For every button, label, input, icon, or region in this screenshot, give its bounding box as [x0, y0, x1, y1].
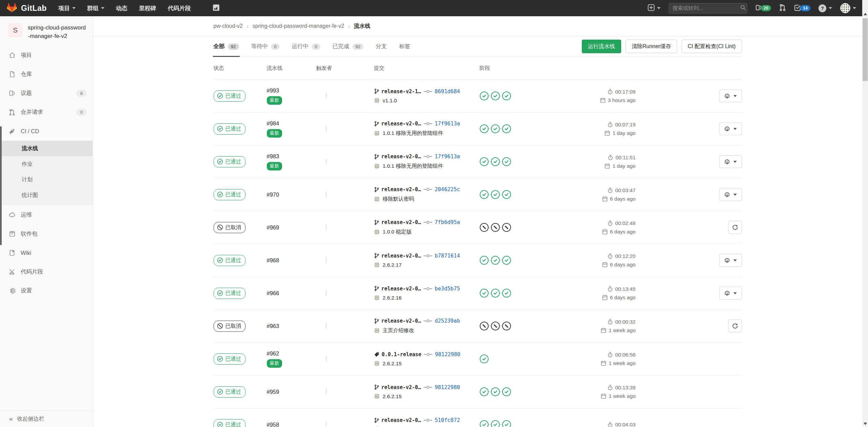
nav-activity[interactable]: 动态 [116, 4, 127, 12]
commit-message[interactable]: v1.1.0 [383, 98, 397, 104]
retry-pipeline-button[interactable] [728, 320, 742, 332]
commit-message[interactable]: 2.6.2.15 [383, 393, 402, 400]
pipeline-status-badge[interactable]: 已通过 [214, 189, 246, 200]
stage-passed[interactable] [502, 157, 511, 166]
stage-passed[interactable] [491, 387, 500, 396]
pipeline-id-link[interactable]: #959 [267, 389, 316, 395]
commit-sha-link[interactable]: 8691d684 [435, 88, 460, 95]
commit-sha-link[interactable]: 98122980 [435, 351, 460, 358]
pipeline-status-badge[interactable]: 已通过 [214, 288, 246, 299]
commit-message[interactable]: 1.0.0 稳定版 [383, 228, 412, 236]
stage-passed[interactable] [502, 289, 511, 298]
pipeline-id-link[interactable]: #984 [267, 120, 316, 127]
ref-link[interactable]: release-v2-0… [381, 286, 421, 292]
pipeline-status-badge[interactable]: 已取消 [214, 321, 246, 332]
tab-branches[interactable]: 分支 [376, 36, 387, 57]
sidebar-subitem-pipelines[interactable]: 流水线 [0, 141, 93, 156]
pipeline-status-badge[interactable]: 已通过 [214, 156, 246, 167]
stage-passed[interactable] [491, 157, 500, 166]
pipeline-id-link[interactable]: #993 [267, 87, 316, 94]
ref-link[interactable]: release-v2-0… [381, 154, 421, 160]
triggerer-avatar[interactable] [326, 421, 327, 427]
ref-link[interactable]: release-v2-0… [381, 384, 421, 390]
download-artifacts-button[interactable] [719, 155, 742, 168]
stage-passed[interactable] [480, 124, 489, 133]
collapse-sidebar-button[interactable]: « 收起侧边栏 [0, 410, 93, 427]
commit-sha-link[interactable]: 2046225c [435, 186, 460, 192]
tab-running[interactable]: 运行中0 [292, 36, 320, 57]
nav-groups[interactable]: 群组 [87, 4, 104, 12]
ref-link[interactable]: release-v2-0… [381, 121, 421, 127]
run-pipeline-button[interactable]: 运行流水线 [582, 40, 621, 53]
commit-sha-link[interactable]: 17f9613a [435, 154, 460, 160]
stage-canceled[interactable] [502, 223, 511, 232]
commit-sha-link[interactable]: 510fc872 [435, 417, 460, 423]
navbar-mr-button[interactable] [779, 4, 786, 13]
pipeline-id-link[interactable]: #958 [267, 422, 316, 427]
stage-passed[interactable] [502, 124, 511, 133]
download-artifacts-button[interactable] [719, 254, 742, 267]
breadcrumb-group[interactable]: pw-cloud-v2 [214, 23, 243, 29]
ref-link[interactable]: release-v2-0… [381, 417, 421, 423]
sidebar-subitem-charts[interactable]: 统计图 [0, 187, 93, 203]
commit-message[interactable]: 移除默认密码 [383, 196, 414, 203]
stage-passed[interactable] [502, 190, 511, 199]
stage-passed[interactable] [480, 387, 489, 396]
stage-canceled[interactable] [480, 223, 489, 232]
pipeline-id-link[interactable]: #969 [267, 224, 316, 231]
stage-passed[interactable] [480, 92, 489, 100]
pipeline-id-link[interactable]: #970 [267, 191, 316, 198]
pipeline-status-badge[interactable]: 已通过 [214, 353, 246, 365]
nav-chart-button[interactable] [213, 4, 220, 13]
sidebar-item-cicd[interactable]: CI / CD [0, 122, 93, 141]
gitlab-logo[interactable]: GitLab [7, 3, 47, 14]
tab-finished[interactable]: 已完成92 [333, 36, 364, 57]
commit-message[interactable]: 2.6.2.15 [383, 361, 402, 367]
stage-passed[interactable] [480, 289, 489, 298]
commit-message[interactable]: 1.0.1 移除无用的登陆组件 [383, 163, 443, 170]
sidebar-item-issues[interactable]: 议题 8 [0, 84, 93, 103]
pipeline-id-link[interactable]: #962 [267, 350, 316, 357]
ref-link[interactable]: release-v2-0… [381, 219, 421, 225]
commit-sha-link[interactable]: 98122980 [435, 384, 460, 390]
sidebar-item-snippets[interactable]: 代码片段 [0, 262, 93, 281]
sidebar-scrollbar-thumb[interactable] [0, 126, 2, 245]
stage-passed[interactable] [502, 256, 511, 265]
tab-all[interactable]: 全部92 [214, 36, 239, 57]
sidebar-item-packages[interactable]: 软件包 [0, 224, 93, 243]
commit-sha-link[interactable]: 7fb6d95a [435, 219, 460, 225]
commit-sha-link[interactable]: 17f9613a [435, 121, 460, 127]
download-artifacts-button[interactable] [719, 122, 742, 135]
stage-passed[interactable] [480, 420, 489, 427]
stage-passed[interactable] [491, 92, 500, 100]
pipeline-status-badge[interactable]: 已通过 [214, 90, 246, 102]
ref-link[interactable]: 0.0.1-release [382, 351, 421, 358]
tab-tags[interactable]: 标签 [399, 36, 410, 57]
commit-sha-link[interactable]: b7871614 [435, 253, 460, 259]
sidebar-subitem-jobs[interactable]: 作业 [0, 156, 93, 172]
triggerer-avatar[interactable] [326, 125, 327, 132]
download-artifacts-button[interactable] [719, 188, 742, 201]
sidebar-item-operations[interactable]: 运维 [0, 205, 93, 224]
search-input[interactable] [672, 5, 740, 11]
commit-message[interactable]: 2.6.2.16 [383, 295, 402, 301]
stage-canceled[interactable] [480, 322, 489, 330]
ref-link[interactable]: release-v2-0… [381, 253, 421, 259]
pipeline-status-badge[interactable]: 已通过 [214, 386, 246, 398]
nav-projects[interactable]: 项目 [58, 4, 76, 12]
download-artifacts-button[interactable] [719, 89, 742, 102]
stage-passed[interactable] [491, 190, 500, 199]
pipeline-status-badge[interactable]: 已取消 [214, 222, 246, 233]
scrollbar-up-arrow[interactable] [864, 13, 867, 15]
commit-sha-link[interactable]: be3d5b75 [435, 286, 460, 292]
triggerer-avatar[interactable] [326, 224, 327, 230]
sidebar-item-repository[interactable]: 仓库 [0, 65, 93, 84]
pipeline-id-link[interactable]: #966 [267, 290, 316, 297]
ref-link[interactable]: release-v2-1… [381, 88, 421, 95]
commit-message[interactable]: 主页介绍修改 [383, 327, 414, 334]
triggerer-avatar[interactable] [326, 355, 327, 362]
stage-canceled[interactable] [502, 322, 511, 330]
triggerer-avatar[interactable] [326, 93, 327, 99]
ci-lint-button[interactable]: CI 配置检查(CI Lint) [682, 40, 742, 53]
stage-passed[interactable] [502, 92, 511, 100]
